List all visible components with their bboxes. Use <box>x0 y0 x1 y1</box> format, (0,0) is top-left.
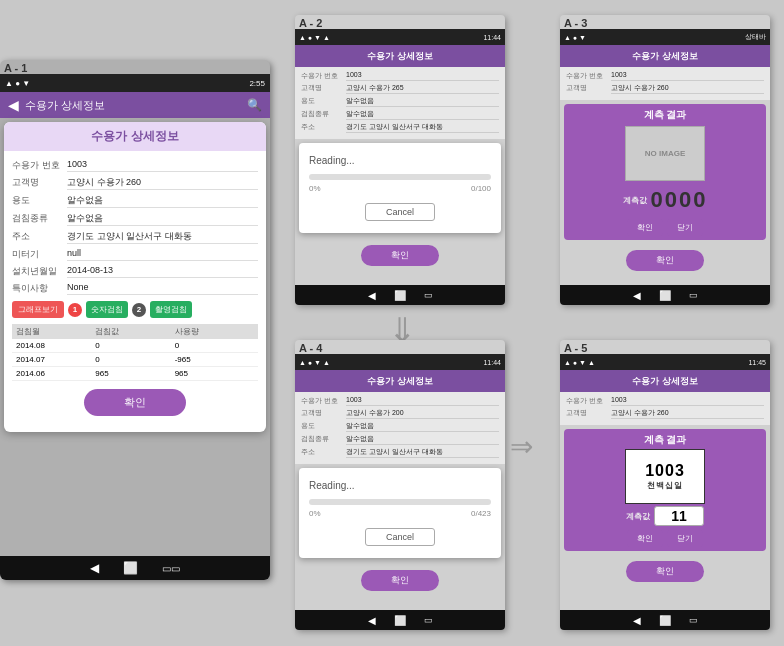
col-month: 검침월 <box>16 326 95 337</box>
graph-button[interactable]: 그래프보기 <box>12 301 64 318</box>
a3-appbar: 수용가 상세정보 <box>560 45 770 67</box>
arrow-right: ⇒ <box>510 430 533 463</box>
a1-modal: 수용가 상세정보 수용가 번호 1003 고객명 고양시 수용가 260 용도 … <box>4 122 266 432</box>
a2-field-addr: 주소 경기도 고양시 일산서구 대화동 <box>301 122 499 133</box>
a2-field-name: 고객명 고양시 수용가 265 <box>301 83 499 94</box>
a5-confirm-sm-button[interactable]: 확인 <box>627 530 663 547</box>
field-address: 주소 경기도 고양시 일산서구 대화동 <box>12 230 258 244</box>
table-row: 2014.07 0 -965 <box>12 353 258 367</box>
recent-nav-icon[interactable]: ▭▭ <box>162 563 180 574</box>
progress-bar-bg <box>309 174 491 180</box>
a2-footer: 확인 <box>295 237 505 274</box>
a3-content: 수용가 번호 1003 고객명 고양시 수용가 260 <box>560 67 770 100</box>
photo-check-button[interactable]: 촬영검침 <box>150 301 192 318</box>
home-nav[interactable]: ⬜ <box>659 290 671 301</box>
a3-confirm-sm-button[interactable]: 확인 <box>627 219 663 236</box>
a1-appbar: ◀ 수용가 상세정보 🔍 <box>0 92 270 118</box>
a2-confirm-button[interactable]: 확인 <box>361 245 439 266</box>
field-type: 검침종류 알수없음 <box>12 212 258 226</box>
a2-field-type: 검침종류 알수없음 <box>301 109 499 120</box>
meter-sub: 천백십일 <box>647 480 683 491</box>
a5-close-button[interactable]: 닫기 <box>667 530 703 547</box>
recent-nav[interactable]: ▭ <box>424 615 433 625</box>
field-usage: 용도 알수없음 <box>12 194 258 208</box>
action-buttons: 그래프보기 1 숫자검침 2 촬영검침 <box>12 301 258 318</box>
back-nav[interactable]: ◀ <box>633 615 641 626</box>
field-note: 특이사항 None <box>12 282 258 295</box>
a4-field-usage: 용도 알수없음 <box>301 421 499 432</box>
a4-confirm-button[interactable]: 확인 <box>361 570 439 591</box>
result-box-a5: 계측 결과 1003 천백십일 계측값 확인 닫기 <box>564 429 766 551</box>
badge-1: 1 <box>68 303 82 317</box>
result-box-a3: 계측 결과 NO IMAGE 계측값 0000 확인 닫기 <box>564 104 766 240</box>
back-nav[interactable]: ◀ <box>368 615 376 626</box>
panel-a1-label: A - 1 <box>4 62 27 74</box>
field-id: 수용가 번호 1003 <box>12 159 258 172</box>
field-meter: 미터기 null <box>12 248 258 261</box>
panel-a1: A - 1 ▲ ● ▼ 2:55 ◀ 수용가 상세정보 🔍 수용가 상세정보 수… <box>0 60 270 580</box>
a1-confirm-button[interactable]: 확인 <box>84 389 186 416</box>
a2-field-id: 수용가 번호 1003 <box>301 71 499 81</box>
back-nav-icon[interactable]: ◀ <box>90 561 99 575</box>
panel-a3-label: A - 3 <box>564 17 587 29</box>
table-row: 2014.06 965 965 <box>12 367 258 381</box>
a3-close-button[interactable]: 닫기 <box>667 219 703 236</box>
a2-reading-dialog: Reading... 0% 0/100 Cancel <box>299 143 501 233</box>
home-nav[interactable]: ⬜ <box>394 290 406 301</box>
a4-field-addr: 주소 경기도 고양시 일산서구 대화동 <box>301 447 499 458</box>
panel-a2: A - 2 ▲ ● ▼ ▲ 11:44 수용가 상세정보 수용가 번호 1003… <box>295 15 505 305</box>
field-name: 고객명 고양시 수용가 260 <box>12 176 258 190</box>
a5-confirm-button[interactable]: 확인 <box>626 561 704 582</box>
panel-a3: A - 3 ▲ ● ▼ 상태바 수용가 상세정보 수용가 번호 1003 고객명… <box>560 15 770 305</box>
home-nav[interactable]: ⬜ <box>659 615 671 626</box>
modal-title: 수용가 상세정보 <box>4 122 266 151</box>
a4-progress-text: 0% 0/423 <box>309 509 491 518</box>
a5-content: 수용가 번호 1003 고객명 고양시 수용가 260 <box>560 392 770 425</box>
badge-2: 2 <box>132 303 146 317</box>
no-image-label: NO IMAGE <box>645 149 685 158</box>
back-nav[interactable]: ◀ <box>633 290 641 301</box>
a5-result-title: 계측 결과 <box>568 433 762 447</box>
result-input-a5[interactable] <box>654 506 704 526</box>
a2-navbar: ◀ ⬜ ▭ <box>295 285 505 305</box>
recent-nav[interactable]: ▭ <box>424 290 433 300</box>
a5-footer: 확인 <box>560 555 770 588</box>
back-nav[interactable]: ◀ <box>368 290 376 301</box>
a4-navbar: ◀ ⬜ ▭ <box>295 610 505 630</box>
a1-time: 2:55 <box>249 79 265 88</box>
field-install-date: 설치년월일 2014-08-13 <box>12 265 258 278</box>
a2-field-usage: 용도 알수없음 <box>301 96 499 107</box>
panel-a5: A - 5 ▲ ● ▼ ▲ 11:45 수용가 상세정보 수용가 번호 1003… <box>560 340 770 630</box>
a3-confirm-button[interactable]: 확인 <box>626 250 704 271</box>
home-nav[interactable]: ⬜ <box>394 615 406 626</box>
a1-navbar: ◀ ⬜ ▭▭ <box>0 556 270 580</box>
a4-field-type: 검침종류 알수없음 <box>301 434 499 445</box>
table-header: 검침월 검침값 사용량 <box>12 324 258 339</box>
a3-navbar: ◀ ⬜ ▭ <box>560 285 770 305</box>
a5-statusbar: ▲ ● ▼ ▲ 11:45 <box>560 354 770 370</box>
a2-content: 수용가 번호 1003 고객명 고양시 수용가 265 용도 알수없음 검침종류… <box>295 67 505 139</box>
col-usage: 사용량 <box>175 326 254 337</box>
a4-content: 수용가 번호 1003 고객명 고양시 수용가 200 용도 알수없음 검침종류… <box>295 392 505 464</box>
a5-field-name: 고객명 고양시 수용가 260 <box>566 408 764 419</box>
a2-cancel-button[interactable]: Cancel <box>365 203 435 221</box>
a1-status-icons: ▲ ● ▼ <box>5 79 30 88</box>
a3-field-id: 수용가 번호 1003 <box>566 71 764 81</box>
panel-a2-label: A - 2 <box>299 17 322 29</box>
num-check-button[interactable]: 숫자검침 <box>86 301 128 318</box>
progress-text: 0% 0/100 <box>309 184 491 193</box>
a3-footer: 확인 <box>560 244 770 277</box>
a3-statusbar: ▲ ● ▼ 상태바 <box>560 29 770 45</box>
search-icon[interactable]: 🔍 <box>247 98 262 112</box>
a4-reading-dialog: Reading... 0% 0/423 Cancel <box>299 468 501 558</box>
a4-cancel-button[interactable]: Cancel <box>365 528 435 546</box>
recent-nav[interactable]: ▭ <box>689 615 698 625</box>
home-nav-icon[interactable]: ⬜ <box>123 561 138 575</box>
a4-footer: 확인 <box>295 562 505 599</box>
result-value-a3: 0000 <box>651 187 708 213</box>
result-buttons-a5: 확인 닫기 <box>568 530 762 547</box>
recent-nav[interactable]: ▭ <box>689 290 698 300</box>
panel-a4: A - 4 ▲ ● ▼ ▲ 11:44 수용가 상세정보 수용가 번호 1003… <box>295 340 505 630</box>
no-image-area: NO IMAGE <box>625 126 705 181</box>
panel-a5-label: A - 5 <box>564 342 587 354</box>
